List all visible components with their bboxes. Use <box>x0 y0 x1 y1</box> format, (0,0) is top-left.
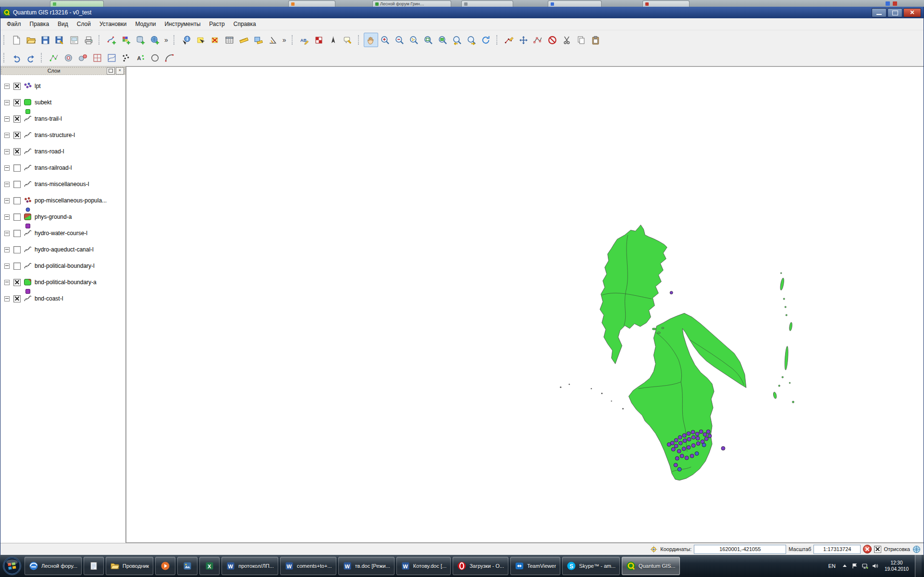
taskbar-teamviewer-button[interactable]: TeamViewer <box>510 557 560 575</box>
layer-label[interactable]: hydro-water-course-l <box>35 230 87 237</box>
maximize-button[interactable] <box>887 8 902 17</box>
zoom-full-extent-button[interactable] <box>421 33 436 47</box>
background-tab[interactable] <box>548 0 602 7</box>
zoom-to-selection-button[interactable] <box>407 33 421 47</box>
rotate-point-symbols-button[interactable] <box>133 50 148 65</box>
print-button[interactable] <box>81 33 96 47</box>
cut-features-button[interactable] <box>560 33 574 47</box>
layer-checkbox[interactable] <box>13 181 21 188</box>
layer-label[interactable]: hydro-aqueduct-canal-l <box>35 246 94 253</box>
layer-row-pop-miscellaneous[interactable]: pop-miscellaneous-popula... <box>3 196 125 213</box>
zoom-next-button[interactable] <box>465 33 479 47</box>
save-project-button[interactable] <box>38 33 52 47</box>
layer-label[interactable]: phys-ground-a <box>35 213 72 220</box>
background-tab[interactable] <box>288 0 335 7</box>
toolbar-grip[interactable] <box>173 35 177 45</box>
refresh-map-button[interactable] <box>479 33 493 47</box>
layer-checkbox[interactable] <box>13 164 21 172</box>
layer-label[interactable]: bnd-political-boundary-a <box>35 279 97 286</box>
layer-checkbox[interactable] <box>13 148 21 155</box>
background-tab[interactable] <box>461 0 513 7</box>
layer-row-bnd-coast[interactable]: bnd-coast-l <box>3 294 125 311</box>
delete-selected-button[interactable] <box>545 33 560 47</box>
layer-row-bnd-political-boundary-a[interactable]: bnd-political-boundary-a <box>3 278 125 294</box>
expand-icon[interactable] <box>4 296 10 301</box>
arc-tool-button[interactable] <box>162 50 176 65</box>
expand-icon[interactable] <box>4 198 10 203</box>
layer-checkbox[interactable] <box>13 197 21 204</box>
taskbar-clock[interactable]: 12:30 19.04.2010 <box>882 560 912 572</box>
menu-settings[interactable]: Установки <box>95 19 131 29</box>
annotation-button[interactable] <box>341 33 355 47</box>
hidden-icons-chevron[interactable] <box>841 563 848 569</box>
paste-features-button[interactable] <box>589 33 603 47</box>
menu-layer[interactable]: Слой <box>73 19 95 29</box>
menu-edit[interactable]: Правка <box>25 19 54 29</box>
layer-label[interactable]: trans-railroad-l <box>35 164 72 171</box>
expand-icon[interactable] <box>4 182 10 187</box>
taskbar-notepad-button[interactable] <box>84 557 104 575</box>
taskbar-excel-button[interactable] <box>199 557 220 575</box>
labeling-button[interactable] <box>297 33 312 47</box>
menu-plugins[interactable]: Модули <box>131 19 160 29</box>
layer-row-trans-miscellaneous[interactable]: trans-miscellaneous-l <box>3 180 125 196</box>
layer-row-trans-structure[interactable]: trans-structure-l <box>3 131 125 147</box>
taskbar-word-doc1-button[interactable]: протокол/ЛП... <box>222 557 278 575</box>
panel-close-button[interactable]: × <box>116 67 124 75</box>
layer-label[interactable]: trans-trail-l <box>35 115 62 122</box>
network-icon[interactable] <box>862 563 868 569</box>
expand-icon[interactable] <box>4 165 10 171</box>
toolbar-overflow-chevron[interactable]: » <box>162 36 171 44</box>
layer-label[interactable]: trans-structure-l <box>35 132 75 138</box>
start-button[interactable] <box>2 556 22 576</box>
expand-icon[interactable] <box>4 280 10 285</box>
select-features-button[interactable] <box>194 33 208 47</box>
layer-row-lpt[interactable]: lpt <box>3 82 125 98</box>
crs-status-icon[interactable] <box>912 545 921 553</box>
toolbar-grip[interactable] <box>358 35 361 45</box>
layer-label[interactable]: trans-miscellaneous-l <box>35 181 89 188</box>
toolbar-grip[interactable] <box>3 35 7 45</box>
action-center-icon[interactable] <box>851 563 858 569</box>
expand-icon[interactable] <box>4 84 10 89</box>
taskbar-opera-downloads-button[interactable]: Загрузки - O... <box>453 557 508 575</box>
toolbar-grip[interactable] <box>3 53 7 63</box>
layer-checkbox[interactable] <box>13 99 21 106</box>
measure-angle-button[interactable] <box>266 33 280 47</box>
copyright-label-button[interactable] <box>312 33 326 47</box>
toolbar-grip[interactable] <box>99 35 102 45</box>
move-feature-button[interactable] <box>517 33 531 47</box>
node-tool-button[interactable] <box>531 33 545 47</box>
add-wms-layer-button[interactable] <box>148 33 162 47</box>
menu-file[interactable]: Файл <box>2 19 25 29</box>
taskbar-image-app-button[interactable] <box>177 557 197 575</box>
redo-button[interactable] <box>24 50 38 65</box>
reshape-features-button[interactable] <box>104 50 119 65</box>
layer-row-trans-railroad[interactable]: trans-railroad-l <box>3 163 125 180</box>
add-vector-layer-button[interactable] <box>104 33 119 47</box>
panel-float-button[interactable] <box>107 67 115 75</box>
new-project-button[interactable] <box>9 33 24 47</box>
delete-ring-button[interactable] <box>61 50 75 65</box>
identify-features-button[interactable] <box>179 33 194 47</box>
zoom-last-button[interactable] <box>450 33 465 47</box>
taskbar-qgis-button[interactable]: Quantum GIS... <box>622 557 679 575</box>
deselect-features-button[interactable] <box>208 33 222 47</box>
layer-checkbox[interactable] <box>13 246 21 253</box>
expand-icon[interactable] <box>4 149 10 154</box>
background-tab[interactable] <box>50 0 104 7</box>
layer-row-hydro-aqueduct[interactable]: hydro-aqueduct-canal-l <box>3 245 125 262</box>
background-tab[interactable] <box>642 0 690 7</box>
add-raster-layer-button[interactable] <box>119 33 133 47</box>
taskbar-explorer-button[interactable]: Проводник <box>106 557 153 575</box>
layer-label[interactable]: bnd-political-boundary-l <box>35 263 95 269</box>
add-ring-button[interactable] <box>90 50 104 65</box>
menu-tools[interactable]: Инструменты <box>160 19 205 29</box>
language-indicator[interactable]: EN <box>826 563 838 569</box>
split-features-button[interactable] <box>119 50 133 65</box>
volume-icon[interactable] <box>872 563 878 569</box>
layer-checkbox[interactable] <box>13 83 21 90</box>
merge-features-button[interactable] <box>148 50 162 65</box>
layer-checkbox[interactable] <box>13 115 21 123</box>
title-bar[interactable]: Quantum GIS r13216 - v0_test ✕ <box>0 7 924 18</box>
